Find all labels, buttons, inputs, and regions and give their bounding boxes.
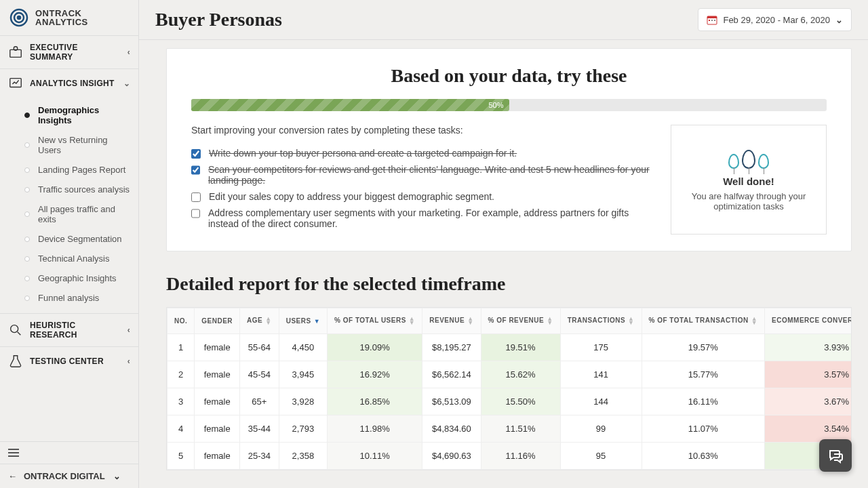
column-header[interactable]: USERS▼ bbox=[279, 308, 327, 334]
sidebar-item-label: Geographic Insights bbox=[38, 273, 117, 283]
column-header[interactable]: GENDER bbox=[195, 308, 240, 334]
bullet-icon bbox=[24, 296, 30, 301]
progress-label: 50% bbox=[488, 99, 503, 111]
task-item: Edit your sales copy to address your big… bbox=[191, 191, 654, 202]
sidebar-item-technical-analysis[interactable]: Technical Analysis bbox=[0, 249, 138, 268]
column-header[interactable]: NO. bbox=[167, 308, 195, 334]
chevron-down-icon: ⌄ bbox=[835, 15, 843, 25]
sidebar-item-demographics-insights[interactable]: Demographics Insights bbox=[0, 100, 138, 130]
task-checkbox[interactable] bbox=[191, 192, 201, 202]
congrats-title: Well done! bbox=[682, 176, 815, 187]
sidebar-item-geographic-insights[interactable]: Geographic Insights bbox=[0, 268, 138, 288]
sidebar-collapse-toggle[interactable] bbox=[0, 442, 138, 464]
table-cell: 19.51% bbox=[481, 333, 560, 361]
table-cell: 3.93% bbox=[765, 333, 852, 361]
calendar-icon bbox=[707, 14, 717, 25]
table-cell: 11.98% bbox=[328, 415, 422, 442]
table-cell: 11.16% bbox=[481, 442, 560, 469]
task-item: Address complementary user segments with… bbox=[191, 207, 654, 229]
report-table: NO.GENDERAGE▲▼USERS▼% OF TOTAL USERS▲▼RE… bbox=[166, 307, 852, 470]
table-cell: 2,358 bbox=[279, 442, 327, 469]
column-header[interactable]: TRANSACTIONS▲▼ bbox=[560, 308, 642, 334]
sidebar-item-label: Funnel analysis bbox=[38, 293, 99, 303]
sidebar-item-new-vs-returning-users[interactable]: New vs Returning Users bbox=[0, 130, 138, 160]
balloons-icon bbox=[682, 136, 815, 169]
sidebar-item-traffic-sources-analysis[interactable]: Traffic sources analysis bbox=[0, 180, 138, 199]
recommendations-card: Based on your data, try these 50% Start … bbox=[166, 48, 852, 251]
table-cell: 4,450 bbox=[279, 333, 327, 361]
date-range-picker[interactable]: Feb 29, 2020 - Mar 6, 2020 ⌄ bbox=[698, 8, 852, 31]
nav-section-executive-summary[interactable]: EXECUTIVE SUMMARY ‹ bbox=[0, 36, 138, 68]
report-title: Detailed report for the selected timefra… bbox=[166, 273, 852, 295]
column-label: USERS bbox=[286, 317, 311, 325]
sidebar-item-label: Landing Pages Report bbox=[38, 165, 125, 175]
topbar: Buyer Personas Feb 29, 2020 - Mar 6, 202… bbox=[139, 0, 868, 40]
table-cell: 16.85% bbox=[328, 388, 422, 415]
bullet-icon bbox=[24, 167, 30, 173]
svg-rect-10 bbox=[711, 20, 713, 21]
table-row: 1female55-644,45019.09%$8,195.2719.51%17… bbox=[167, 333, 852, 361]
table-cell: 3.57% bbox=[765, 361, 852, 388]
table-cell: 141 bbox=[560, 361, 642, 388]
table-cell: 175 bbox=[560, 333, 642, 361]
sidebar-item-label: All pages traffic and exits bbox=[38, 204, 130, 224]
column-header[interactable]: % OF TOTAL TRANSACTION▲▼ bbox=[642, 308, 765, 334]
logo-icon bbox=[8, 7, 30, 28]
table-cell: 10.63% bbox=[642, 442, 765, 469]
analytics-icon bbox=[8, 76, 23, 91]
chat-button[interactable] bbox=[819, 439, 852, 472]
task-checkbox[interactable] bbox=[191, 165, 200, 175]
svg-rect-3 bbox=[10, 49, 22, 57]
column-header[interactable]: AGE▲▼ bbox=[240, 308, 279, 334]
sidebar-item-label: Demographics Insights bbox=[38, 105, 130, 125]
column-header[interactable]: REVENUE▲▼ bbox=[422, 308, 481, 334]
table-cell: 144 bbox=[560, 388, 642, 415]
nav-section-heuristic-research[interactable]: HEURISTIC RESEARCH ‹ bbox=[0, 314, 138, 346]
column-label: AGE bbox=[247, 317, 262, 324]
task-label: Address complementary user segments with… bbox=[208, 207, 654, 229]
task-checkbox[interactable] bbox=[191, 149, 201, 159]
table-cell: 65+ bbox=[240, 388, 279, 415]
task-label: Write down your top buyer persona and cr… bbox=[209, 148, 517, 159]
nav-section-label: HEURISTIC RESEARCH bbox=[30, 321, 104, 340]
svg-point-2 bbox=[18, 16, 20, 19]
account-switcher[interactable]: ← ONTRACK DIGITAL ⌄ bbox=[0, 464, 138, 488]
table-cell: 55-64 bbox=[240, 333, 279, 361]
column-header[interactable]: ECOMMERCE CONVERSION RATE▲▼ bbox=[765, 308, 852, 334]
table-cell: 1 bbox=[167, 333, 195, 361]
bullet-icon bbox=[24, 276, 30, 281]
task-checkbox[interactable] bbox=[191, 209, 200, 218]
sidebar-item-landing-pages-report[interactable]: Landing Pages Report bbox=[0, 160, 138, 180]
recommendations-title: Based on your data, try these bbox=[191, 65, 827, 87]
sort-icon: ▲▼ bbox=[265, 317, 271, 325]
table-cell: 15.62% bbox=[481, 361, 560, 388]
table-cell: $8,195.27 bbox=[422, 333, 481, 361]
chevron-down-icon: ⌄ bbox=[123, 79, 130, 88]
sort-icon: ▲▼ bbox=[409, 317, 415, 325]
brand-logo[interactable]: ONTRACK ANALYTICS bbox=[0, 0, 138, 35]
table-cell: 4 bbox=[167, 415, 195, 442]
nav-section-analytics-insight[interactable]: ANALYTICS INSIGHT ⌄ bbox=[0, 69, 138, 98]
sidebar-item-device-segmentation[interactable]: Device Segmentation bbox=[0, 229, 138, 249]
sort-icon: ▲▼ bbox=[547, 317, 553, 325]
sidebar-item-label: Technical Analysis bbox=[38, 253, 110, 264]
table-cell: 16.11% bbox=[642, 388, 765, 415]
summary-icon bbox=[8, 45, 23, 60]
sidebar: ONTRACK ANALYTICS EXECUTIVE SUMMARY ‹ AN… bbox=[0, 0, 139, 488]
date-range-label: Feb 29, 2020 - Mar 6, 2020 bbox=[723, 15, 830, 25]
table-cell: 15.77% bbox=[642, 361, 765, 388]
table-cell: 3.67% bbox=[765, 388, 852, 415]
table-cell: 15.50% bbox=[481, 388, 560, 415]
sidebar-item-funnel-analysis[interactable]: Funnel analysis bbox=[0, 288, 138, 308]
table-row: 2female45-543,94516.92%$6,562.1415.62%14… bbox=[167, 361, 852, 388]
column-label: ECOMMERCE CONVERSION RATE bbox=[772, 317, 852, 324]
nav-section-testing-center[interactable]: TESTING CENTER ‹ bbox=[0, 347, 138, 375]
sidebar-item-label: Device Segmentation bbox=[38, 234, 122, 244]
column-header[interactable]: % OF TOTAL USERS▲▼ bbox=[328, 308, 422, 334]
sidebar-item-all-pages-traffic-and-exits[interactable]: All pages traffic and exits bbox=[0, 199, 138, 229]
table-cell: 19.09% bbox=[328, 333, 422, 361]
task-label: Edit your sales copy to address your big… bbox=[209, 191, 494, 202]
chevron-left-icon: ‹ bbox=[127, 47, 130, 57]
column-header[interactable]: % OF REVENUE▲▼ bbox=[481, 308, 560, 334]
column-label: GENDER bbox=[201, 317, 233, 325]
